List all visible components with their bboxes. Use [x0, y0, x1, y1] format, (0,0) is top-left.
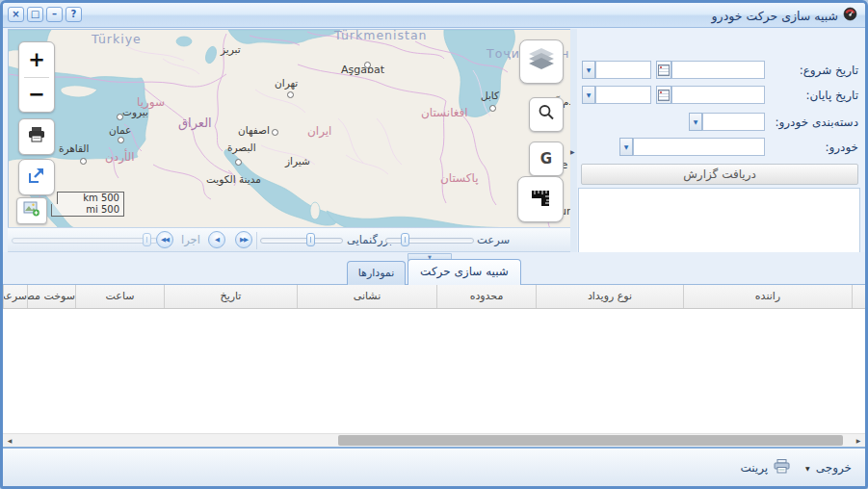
image-plus-icon	[23, 201, 40, 220]
column-header[interactable]: راننده	[683, 285, 852, 308]
chevron-down-icon: ▼	[587, 66, 592, 73]
measure-button[interactable]	[517, 176, 564, 222]
divider	[256, 232, 257, 249]
category-label: دسته‌بندی خودرو:	[775, 113, 858, 132]
window-controls: × □ – ?	[8, 7, 82, 22]
window-title: شبیه سازی حرکت خودرو	[712, 9, 838, 23]
tab-charts[interactable]: نمودارها	[347, 261, 406, 285]
vehicle-dropdown-button[interactable]: ▼	[619, 138, 633, 156]
end-date-input[interactable]	[671, 86, 765, 104]
map-print-button[interactable]	[18, 118, 55, 155]
tab-band: ▼ شبیه سازی حرکت خودرو نمودارها	[3, 252, 865, 285]
start-date-label: تاریخ شروع:	[800, 61, 858, 80]
app-window: × □ – ? شبیه سازی حرکت خودرو	[0, 0, 868, 489]
chevron-down-icon: ▼	[694, 118, 698, 125]
printer-icon	[774, 459, 790, 477]
vehicle-label: خودرو:	[825, 138, 858, 157]
layers-button[interactable]	[519, 39, 564, 84]
start-time-dropdown-button[interactable]: ▼	[582, 61, 595, 79]
printer-icon	[27, 126, 46, 147]
scroll-left-arrow[interactable]: ◀	[3, 434, 16, 447]
speed-slider[interactable]	[385, 238, 474, 244]
zoom-out-button[interactable]: −	[19, 77, 54, 112]
calendar-icon	[658, 64, 670, 76]
chevron-down-icon: ▼	[587, 91, 592, 98]
collapse-right-icon[interactable]: ▶	[570, 149, 575, 155]
map-expand-button[interactable]	[18, 159, 55, 195]
end-date-calendar-button[interactable]	[656, 86, 671, 104]
table-body[interactable]	[3, 309, 865, 433]
slider-thumb[interactable]	[306, 233, 315, 246]
scale-mi: mi 500	[51, 204, 124, 217]
search-icon	[538, 104, 555, 125]
start-time-input[interactable]	[595, 61, 651, 79]
column-header[interactable]: نوع رویداد	[536, 285, 683, 308]
column-header[interactable]: ساعت	[75, 285, 164, 308]
playback-bar: ◀◀ اجرا ◀ ▶▶ بزرگنمایی سرعت	[8, 227, 570, 252]
scrollbar-track[interactable]	[16, 435, 852, 446]
calendar-icon	[658, 90, 670, 101]
fast-forward-button[interactable]: ▶▶	[235, 231, 252, 248]
minimize-button[interactable]: –	[46, 7, 63, 22]
scrollbar-thumb[interactable]	[338, 435, 844, 446]
end-time-dropdown-button[interactable]: ▼	[582, 86, 595, 104]
column-header[interactable]: تاریخ	[164, 285, 297, 308]
scroll-right-arrow[interactable]: ▶	[852, 434, 865, 447]
layers-icon	[529, 48, 554, 75]
g-letter-icon: G	[540, 150, 552, 167]
title-bar: × □ – ? شبیه سازی حرکت خودرو	[3, 3, 865, 28]
category-dropdown-button[interactable]: ▼	[689, 113, 702, 131]
help-button[interactable]: ?	[66, 7, 82, 22]
scale-km: km 500	[57, 192, 124, 204]
print-button[interactable]: پرینت	[740, 461, 768, 475]
export-button[interactable]: خروجی	[816, 461, 852, 475]
app-icon	[843, 7, 857, 25]
vehicle-select-field[interactable]	[633, 138, 765, 156]
column-header[interactable]: سرعت	[3, 285, 27, 308]
horizontal-scrollbar[interactable]: ◀ ▶	[3, 433, 865, 447]
chevron-down-icon: ▼	[624, 143, 629, 150]
category-select-field[interactable]	[702, 113, 765, 131]
table-header: رانندهنوع رویدادمحدودهنشانیتاریخساعتسوخت…	[3, 285, 865, 309]
column-header[interactable]	[852, 285, 865, 308]
ruler-icon	[528, 185, 553, 214]
map-search-button[interactable]	[529, 97, 564, 132]
google-layer-button[interactable]: G	[529, 142, 564, 176]
chevron-down-icon[interactable]: ▼	[805, 465, 810, 472]
rewind-button[interactable]: ◀◀	[156, 231, 173, 248]
maximize-button[interactable]: □	[27, 7, 43, 22]
start-date-calendar-button[interactable]	[656, 61, 671, 79]
footer-bar: خروجی ▼ پرینت	[3, 449, 865, 486]
zoom-slider[interactable]	[260, 238, 343, 244]
tab-simulation[interactable]: شبیه سازی حرکت خودرو	[408, 259, 521, 285]
slider-thumb[interactable]	[401, 233, 409, 246]
map-overview-button[interactable]	[16, 197, 47, 224]
report-form-panel: تاریخ شروع: ▼ تاریخ پایان: ▼ دسته‌بندی خ…	[577, 29, 862, 252]
end-date-label: تاریخ پایان:	[805, 86, 858, 105]
slider-thumb[interactable]	[143, 233, 151, 246]
panel-splitter[interactable]: ▶	[570, 29, 577, 252]
play-button[interactable]: ◀	[208, 231, 225, 248]
column-header[interactable]: نشانی	[297, 285, 436, 308]
expand-icon	[27, 166, 46, 189]
speed-label: سرعت	[477, 233, 510, 246]
start-date-input[interactable]	[671, 61, 765, 79]
zoom-control: + −	[18, 41, 55, 113]
zoom-in-button[interactable]: +	[19, 42, 54, 77]
position-slider[interactable]	[12, 238, 158, 244]
close-button[interactable]: ×	[8, 7, 24, 22]
run-label: اجرا	[181, 233, 200, 246]
get-report-button[interactable]: دریافت گزارش	[581, 164, 858, 185]
column-header[interactable]: محدوده	[436, 285, 536, 308]
map-panel: TürkiyeTürkmenistanТоҷикистонAşgabatتبری…	[8, 29, 572, 229]
end-time-input[interactable]	[595, 86, 651, 104]
column-header[interactable]: سوخت مصرفی	[27, 285, 75, 308]
